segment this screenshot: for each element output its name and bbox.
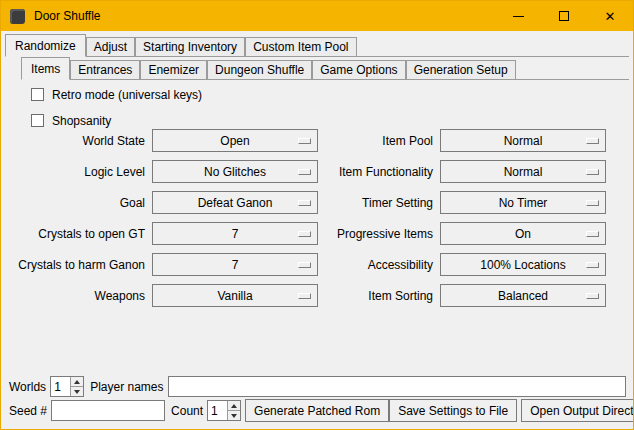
spinner-up-icon [231, 404, 237, 408]
spinner-buttons [70, 377, 83, 396]
spinner-buttons [227, 401, 240, 420]
weapons-label: Weapons [9, 289, 145, 303]
dropdown-indicator-icon [298, 293, 311, 299]
dropdown-indicator-icon [298, 200, 311, 206]
count-label: Count [171, 404, 203, 418]
checkbox-indicator[interactable] [31, 114, 44, 127]
sub-tab-bar: Items Entrances Enemizer Dungeon Shuffle… [21, 57, 629, 80]
dropdown-value: On [515, 227, 531, 241]
dropdown-indicator-icon [298, 169, 311, 175]
seed-input[interactable] [51, 400, 165, 421]
dropdown-indicator-icon [586, 293, 599, 299]
shopsanity-checkbox[interactable]: Shopsanity [31, 113, 111, 128]
weapons-dropdown[interactable]: Vanilla [152, 284, 318, 307]
close-button[interactable]: ✕ [587, 1, 633, 31]
spinner-up-icon [74, 380, 80, 384]
spinner-down-icon [74, 390, 80, 394]
dropdown-value: 7 [232, 227, 239, 241]
checkbox-label: Retro mode (universal keys) [52, 88, 202, 102]
tab-items[interactable]: Items [21, 57, 70, 80]
dropdown-indicator-icon [298, 262, 311, 268]
player-names-input[interactable] [168, 376, 627, 397]
dropdown-indicator-icon [586, 138, 599, 144]
tab-dungeon-shuffle[interactable]: Dungeon Shuffle [207, 60, 312, 80]
dropdown-indicator-icon [298, 138, 311, 144]
item-functionality-dropdown[interactable]: Normal [440, 160, 606, 183]
item-sorting-label: Item Sorting [325, 289, 433, 303]
dropdown-value: 7 [232, 258, 239, 272]
seed-row: Seed # Count Generate Patched Rom Save S… [9, 399, 626, 422]
accessibility-label: Accessibility [325, 258, 433, 272]
crystals-ganon-dropdown[interactable]: 7 [152, 253, 318, 276]
logic-level-dropdown[interactable]: No Glitches [152, 160, 318, 183]
count-stepper[interactable] [207, 400, 241, 421]
progressive-items-dropdown[interactable]: On [440, 222, 606, 245]
tab-adjust[interactable]: Adjust [86, 37, 135, 57]
retro-mode-checkbox[interactable]: Retro mode (universal keys) [31, 87, 202, 102]
titlebar[interactable]: Door Shuffle ✕ [1, 1, 633, 31]
open-output-directory-button[interactable]: Open Output Directory [521, 399, 634, 422]
dropdown-value: Normal [504, 134, 543, 148]
item-sorting-dropdown[interactable]: Balanced [440, 284, 606, 307]
worlds-stepper[interactable] [50, 376, 84, 397]
dropdown-value: Defeat Ganon [198, 196, 273, 210]
app-window: Door Shuffle ✕ Randomize Adjust Starting… [0, 0, 634, 430]
item-pool-label: Item Pool [325, 134, 433, 148]
dropdown-value: No Glitches [204, 165, 266, 179]
minimize-button[interactable] [495, 1, 541, 31]
dropdown-indicator-icon [586, 169, 599, 175]
close-icon: ✕ [605, 10, 616, 23]
count-decrement-button[interactable] [228, 410, 240, 420]
seed-label: Seed # [9, 404, 47, 418]
tab-starting-inventory[interactable]: Starting Inventory [135, 37, 245, 57]
player-names-label: Player names [90, 380, 163, 394]
tab-enemizer[interactable]: Enemizer [140, 60, 207, 80]
count-increment-button[interactable] [228, 401, 240, 410]
tab-generation-setup[interactable]: Generation Setup [406, 60, 516, 80]
maximize-button[interactable] [541, 1, 587, 31]
tab-game-options[interactable]: Game Options [312, 60, 405, 80]
dropdown-value: 100% Locations [480, 258, 565, 272]
maximize-icon [559, 11, 569, 21]
world-state-label: World State [9, 134, 145, 148]
accessibility-dropdown[interactable]: 100% Locations [440, 253, 606, 276]
timer-setting-label: Timer Setting [325, 196, 433, 210]
item-functionality-label: Item Functionality [325, 165, 433, 179]
window-title: Door Shuffle [34, 9, 101, 23]
tab-custom-item-pool[interactable]: Custom Item Pool [245, 37, 356, 57]
worlds-increment-button[interactable] [71, 377, 83, 386]
crystals-gt-dropdown[interactable]: 7 [152, 222, 318, 245]
timer-setting-dropdown[interactable]: No Timer [440, 191, 606, 214]
spinner-down-icon [231, 414, 237, 418]
dropdown-indicator-icon [586, 231, 599, 237]
progressive-items-label: Progressive Items [325, 227, 433, 241]
save-settings-button[interactable]: Save Settings to File [389, 399, 517, 422]
item-pool-dropdown[interactable]: Normal [440, 129, 606, 152]
dropdown-value: Vanilla [217, 289, 252, 303]
minimize-icon [513, 16, 524, 17]
dropdown-value: Normal [504, 165, 543, 179]
app-icon [10, 9, 25, 24]
worlds-decrement-button[interactable] [71, 386, 83, 396]
count-input[interactable] [208, 401, 227, 420]
dropdown-indicator-icon [298, 231, 311, 237]
logic-level-label: Logic Level [9, 165, 145, 179]
crystals-gt-label: Crystals to open GT [9, 227, 145, 241]
goal-label: Goal [9, 196, 145, 210]
tab-randomize[interactable]: Randomize [5, 34, 86, 57]
dropdown-value: Balanced [498, 289, 548, 303]
world-state-dropdown[interactable]: Open [152, 129, 318, 152]
worlds-label: Worlds [9, 380, 46, 394]
checkbox-label: Shopsanity [52, 114, 111, 128]
worlds-input[interactable] [51, 377, 70, 396]
generate-patched-rom-button[interactable]: Generate Patched Rom [245, 399, 389, 422]
tab-entrances[interactable]: Entrances [70, 60, 140, 80]
dropdown-indicator-icon [586, 200, 599, 206]
dropdown-indicator-icon [586, 262, 599, 268]
settings-grid: World State Open Item Pool Normal Logic … [9, 129, 606, 307]
dropdown-value: No Timer [499, 196, 548, 210]
goal-dropdown[interactable]: Defeat Ganon [152, 191, 318, 214]
window-body: Randomize Adjust Starting Inventory Cust… [1, 31, 633, 429]
checkbox-indicator[interactable] [31, 88, 44, 101]
main-tab-bar: Randomize Adjust Starting Inventory Cust… [5, 34, 629, 57]
